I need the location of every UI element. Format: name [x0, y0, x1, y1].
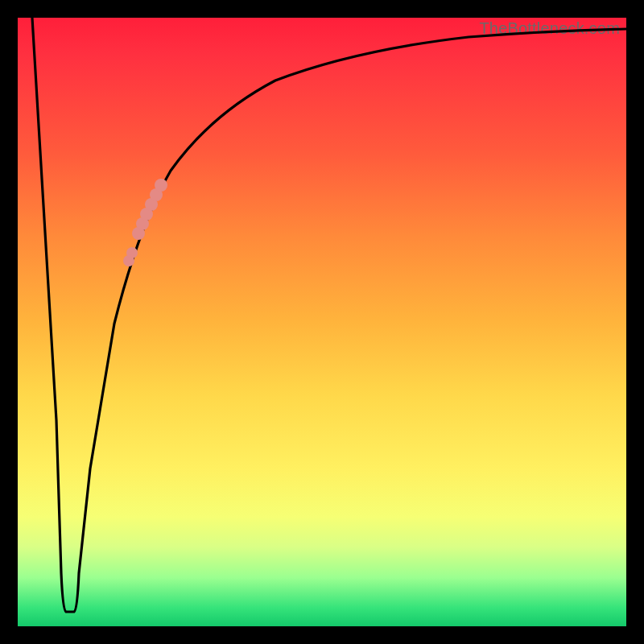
svg-point-7	[126, 247, 138, 258]
svg-point-5	[155, 179, 167, 192]
marker-cluster-lower	[123, 247, 138, 266]
bottleneck-curve	[18, 18, 626, 626]
chart-stage: TheBottleneck.com	[0, 0, 644, 644]
plot-area: TheBottleneck.com	[18, 18, 626, 626]
curve-path	[32, 18, 626, 612]
marker-cluster-upper	[132, 179, 167, 240]
